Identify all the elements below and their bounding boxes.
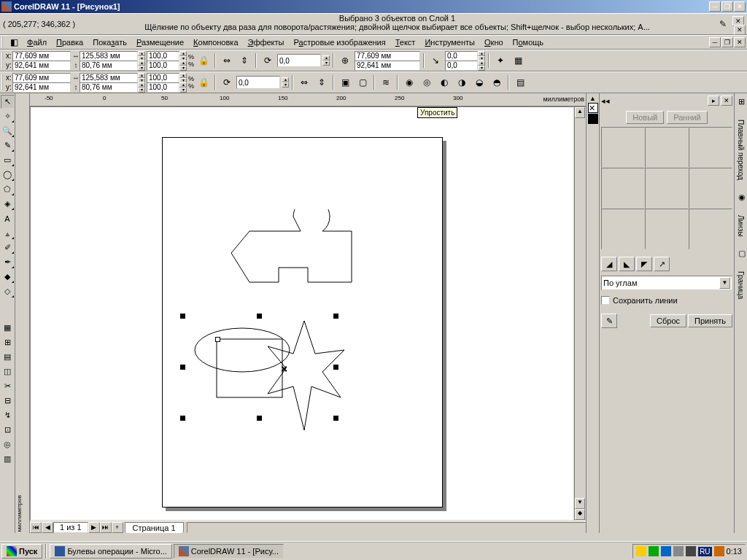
save-lines-checkbox[interactable] xyxy=(601,296,610,305)
outline-tool[interactable]: ✒ xyxy=(1,255,15,269)
menu-arrange[interactable]: Компоновка xyxy=(189,36,242,48)
wrap-icon[interactable]: ≋ xyxy=(378,74,394,90)
aux-tool-9[interactable]: ◎ xyxy=(1,438,15,451)
aux-tool-8[interactable]: ⊡ xyxy=(1,423,15,437)
app-menu-icon[interactable]: ◧ xyxy=(6,34,22,50)
polygon-tool[interactable]: ⬠ xyxy=(1,182,15,196)
simplify-icon[interactable]: ◑ xyxy=(454,74,470,90)
mode-1[interactable]: ◢ xyxy=(601,257,617,271)
eyedropper-tool[interactable]: ✐ xyxy=(1,241,15,254)
menu-tools[interactable]: Инструменты xyxy=(420,36,479,48)
zoom-tool[interactable]: 🔍 xyxy=(1,124,15,138)
canvas[interactable]: ✕ Упростить xyxy=(30,106,574,521)
text-tool[interactable]: A xyxy=(1,211,15,225)
back-minus-front-icon[interactable]: ◓ xyxy=(489,74,505,90)
pos-y[interactable]: 92,641 мм xyxy=(12,61,71,71)
color-swatch[interactable] xyxy=(588,114,598,124)
mdi-minimize[interactable]: ─ xyxy=(709,37,721,47)
mdi-close[interactable]: ✕ xyxy=(734,37,746,47)
language-indicator[interactable]: RU xyxy=(698,547,711,556)
docker-prev-button[interactable]: Ранний xyxy=(667,111,708,124)
mode-2[interactable]: ◣ xyxy=(619,257,635,271)
menu-layout[interactable]: Размещение xyxy=(132,36,188,48)
corner-mode-combo[interactable]: По углам▼ xyxy=(601,276,732,290)
page-next[interactable]: ▶ xyxy=(88,522,100,533)
rectangle-tool[interactable]: ▭ xyxy=(1,153,15,167)
to-front-icon[interactable]: ▣ xyxy=(337,74,353,90)
menu-bitmaps[interactable]: Растровые изображения xyxy=(290,36,390,48)
aux-tool-4[interactable]: ◫ xyxy=(1,365,15,378)
apply-button[interactable]: Принять xyxy=(688,314,732,327)
mirror-h-icon[interactable]: ⇔ xyxy=(219,52,235,69)
sel-handle-n[interactable] xyxy=(257,314,262,319)
mdi-bowtie2-icon[interactable]: ✕ xyxy=(734,25,746,35)
docker-tab-blend[interactable]: Плавный переход xyxy=(737,117,745,183)
tray-icon-4[interactable] xyxy=(673,546,684,556)
menu-view[interactable]: Показать xyxy=(88,36,131,48)
preset-cell[interactable] xyxy=(689,168,732,209)
size-w[interactable]: 125,583 мм xyxy=(80,51,138,61)
pos-x[interactable]: 77,609 мм xyxy=(12,51,71,61)
horizontal-ruler[interactable]: -50 0 50 100 150 200 250 300 миллиметров xyxy=(30,93,586,106)
basic-shapes-tool[interactable]: ◈ xyxy=(1,197,15,211)
scale-y[interactable]: 100,0 xyxy=(147,61,179,71)
preset-cell[interactable] xyxy=(601,127,645,168)
sel-handle-se[interactable] xyxy=(333,416,338,421)
vertical-scrollbar[interactable]: ▲ ▼ ◆ xyxy=(574,106,586,521)
mode-3[interactable]: ◤ xyxy=(636,257,652,271)
page-last[interactable]: ⏭ xyxy=(100,522,112,533)
taskbar-task-word[interactable]: Булевы операции - Micro... xyxy=(50,544,171,559)
docker-tab-boundary[interactable]: Граница xyxy=(737,268,745,302)
propbar2-grip[interactable] xyxy=(1,74,4,90)
shape-tool[interactable]: ✧ xyxy=(1,109,15,123)
sel-handle-ne[interactable] xyxy=(333,314,338,319)
menu-effects[interactable]: Эффекты xyxy=(244,36,289,48)
center-y[interactable]: 92,641 мм xyxy=(355,61,420,71)
center-x[interactable]: 77,609 мм xyxy=(355,51,420,61)
front-minus-back-icon[interactable]: ◒ xyxy=(471,74,487,90)
reset-button[interactable]: Сброс xyxy=(650,314,686,327)
docker-tab-icon-2[interactable]: ◉ xyxy=(735,190,747,204)
aux-tool-5[interactable]: ✂ xyxy=(1,379,15,393)
no-color-swatch[interactable]: ✕ xyxy=(588,103,598,113)
sel-handle-s[interactable] xyxy=(257,416,262,421)
aux-tool-7[interactable]: ↯ xyxy=(1,408,15,422)
ellipse-tool[interactable]: ◯ xyxy=(1,168,15,182)
mirror-v-icon[interactable]: ⇕ xyxy=(236,52,252,69)
shape-combined[interactable] xyxy=(228,209,374,297)
aux-tool-10[interactable]: ▥ xyxy=(1,452,15,466)
horizontal-scrollbar[interactable] xyxy=(187,522,586,533)
mirror-h2-icon[interactable]: ⇔ xyxy=(296,74,312,90)
freehand-tool[interactable]: ✎ xyxy=(1,139,15,152)
mode-4[interactable]: ↗ xyxy=(654,257,670,271)
rect-node[interactable] xyxy=(215,337,220,342)
page-tab[interactable]: Страница 1 xyxy=(125,522,184,533)
size-h[interactable]: 80,76 мм xyxy=(80,61,138,71)
trim-icon[interactable]: ◎ xyxy=(419,74,435,90)
preset-cell[interactable] xyxy=(689,127,732,168)
blend-tool[interactable]: ⟁ xyxy=(1,226,15,240)
weld-icon[interactable]: ◉ xyxy=(401,74,417,90)
preset-cell[interactable] xyxy=(689,209,732,249)
tray-icon-5[interactable] xyxy=(686,546,696,556)
fill-tool[interactable]: ◆ xyxy=(1,270,15,284)
scale-x[interactable]: 100,0 xyxy=(147,51,179,61)
docker-tab-icon-1[interactable]: ⊞ xyxy=(735,95,747,109)
page-prev[interactable]: ◀ xyxy=(42,522,53,533)
menu-edit[interactable]: Правка xyxy=(52,36,88,48)
aux-tool-2[interactable]: ⊞ xyxy=(1,335,15,349)
restore-button[interactable]: ❐ xyxy=(721,1,733,12)
sel-handle-w[interactable] xyxy=(180,365,185,370)
pick-tool[interactable]: ↖ xyxy=(1,95,15,109)
tray-icon-3[interactable] xyxy=(661,546,671,556)
propbar1-grip[interactable] xyxy=(1,52,4,69)
docker-collapse[interactable]: ▸ xyxy=(708,96,719,106)
offset-x[interactable]: 0,0 xyxy=(445,51,478,61)
preset-cell[interactable] xyxy=(645,168,689,209)
preset-cell[interactable] xyxy=(645,209,689,249)
snap-icon[interactable]: ✦ xyxy=(492,52,508,69)
page-add[interactable]: + xyxy=(112,522,123,533)
shape-ellipse[interactable]: ✕ xyxy=(187,321,348,445)
menubar-grip[interactable] xyxy=(1,37,4,47)
taskbar-task-corel[interactable]: CorelDRAW 11 - [Рису... xyxy=(174,544,284,559)
